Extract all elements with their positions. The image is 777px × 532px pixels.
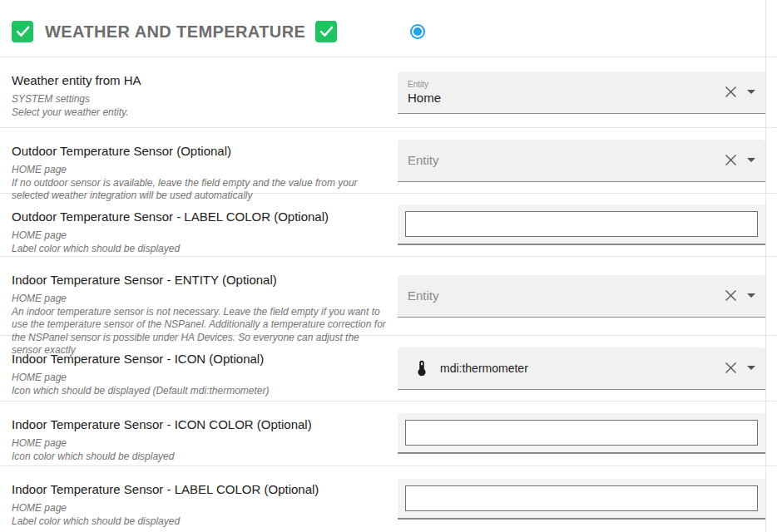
weather-settings-panel: WEATHER AND TEMPERATURE Weather entity f…	[0, 0, 777, 532]
section-title: WEATHER AND TEMPERATURE	[45, 22, 305, 42]
setting-scope: SYSTEM settings	[12, 93, 386, 106]
setting-scope: HOME page	[12, 229, 386, 243]
select-placeholder: Entity	[408, 153, 721, 167]
indoor-label-color-input[interactable]	[405, 485, 758, 511]
setting-title: Outdoor Temperature Sensor - LABEL COLOR…	[12, 209, 386, 225]
radio-dot-icon	[413, 27, 422, 36]
setting-title: Indoor Temperature Sensor - LABEL COLOR …	[12, 481, 386, 498]
weather-entity-select[interactable]: Entity Home	[398, 71, 765, 114]
setting-description: Icon which should be displayed (Default …	[12, 385, 386, 398]
select-value: Home	[408, 90, 721, 106]
setting-row-weather-entity: Weather entity from HA SYSTEM settings S…	[0, 57, 777, 128]
setting-row-outdoor-label-color: Outdoor Temperature Sensor - LABEL COLOR…	[0, 194, 777, 257]
thermometer-icon	[413, 359, 431, 377]
section-radio-selected[interactable]	[410, 24, 425, 39]
outdoor-label-color-input[interactable]	[405, 211, 758, 237]
setting-row-indoor-icon-color: Indoor Temperature Sensor - ICON COLOR (…	[0, 401, 777, 466]
text-field-container	[398, 204, 765, 245]
caret-down-icon[interactable]	[747, 366, 755, 370]
caret-down-icon[interactable]	[747, 158, 755, 162]
setting-row-indoor-label-color: Indoor Temperature Sensor - LABEL COLOR …	[0, 466, 777, 532]
check-icon	[319, 26, 334, 37]
panel-right-border	[765, 0, 766, 532]
section-enabled-checkbox-left[interactable]	[12, 21, 33, 42]
setting-title: Outdoor Temperature Sensor (Optional)	[12, 143, 386, 160]
caret-down-icon[interactable]	[747, 90, 755, 94]
select-value: mdi:thermometer	[440, 362, 528, 375]
setting-title: Indoor Temperature Sensor - ENTITY (Opti…	[12, 272, 386, 288]
setting-title: Indoor Temperature Sensor - ICON COLOR (…	[12, 416, 386, 433]
setting-description: Select your weather entity.	[12, 106, 386, 120]
clear-icon[interactable]	[721, 359, 740, 377]
indoor-icon-color-input[interactable]	[405, 420, 758, 446]
clear-icon[interactable]	[721, 83, 740, 101]
text-field-container	[398, 479, 765, 520]
clear-icon[interactable]	[721, 287, 740, 305]
check-icon	[16, 26, 30, 37]
setting-description: Icon color which should be displayed	[12, 451, 386, 464]
setting-scope: HOME page	[12, 293, 386, 306]
text-field-container	[398, 413, 765, 454]
setting-scope: HOME page	[12, 437, 386, 451]
setting-scope: HOME page	[12, 164, 386, 177]
section-enabled-checkbox-right[interactable]	[315, 21, 337, 42]
setting-row-indoor-entity: Indoor Temperature Sensor - ENTITY (Opti…	[0, 257, 777, 336]
setting-description: Label color which should be displayed	[12, 515, 386, 529]
setting-row-indoor-icon: Indoor Temperature Sensor - ICON (Option…	[0, 336, 777, 401]
caret-down-icon[interactable]	[747, 293, 755, 298]
section-header: WEATHER AND TEMPERATURE	[0, 0, 777, 57]
setting-scope: HOME page	[12, 372, 386, 385]
select-placeholder: Entity	[408, 288, 721, 303]
setting-title: Weather entity from HA	[12, 72, 386, 89]
outdoor-sensor-entity-select[interactable]: Entity	[398, 140, 765, 182]
select-floating-label: Entity	[408, 79, 721, 90]
indoor-sensor-entity-select[interactable]: Entity	[398, 275, 765, 318]
setting-description: Label color which should be displayed	[12, 243, 386, 256]
setting-title: Indoor Temperature Sensor - ICON (Option…	[12, 351, 386, 367]
clear-icon[interactable]	[721, 151, 740, 170]
indoor-icon-select[interactable]: mdi:thermometer	[398, 347, 765, 390]
setting-row-outdoor-sensor: Outdoor Temperature Sensor (Optional) HO…	[0, 128, 777, 194]
setting-scope: HOME page	[12, 502, 386, 515]
